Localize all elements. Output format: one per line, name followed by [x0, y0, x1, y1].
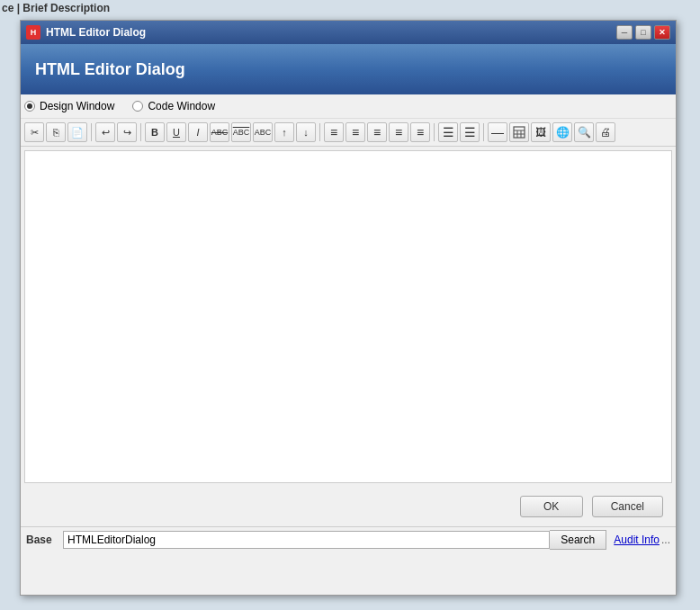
ok-button[interactable]: OK [520, 496, 583, 517]
align-center-button[interactable]: ≡ [346, 122, 365, 142]
title-bar-text: HTML Editor Dialog [46, 26, 146, 39]
page-bg-title: ce | Brief Description [2, 2, 110, 14]
sort-desc-button[interactable]: ↓ [296, 122, 316, 142]
sep4 [434, 123, 435, 141]
close-button[interactable]: ✕ [654, 25, 670, 40]
table-button[interactable] [509, 122, 529, 142]
sort-asc-button[interactable]: ↑ [274, 122, 294, 142]
radio-row: Design Window Code Window [21, 94, 676, 119]
svg-rect-0 [514, 127, 525, 138]
list-ordered-button[interactable]: ☰ [460, 122, 480, 142]
align-left-button[interactable]: ≡ [324, 122, 344, 142]
abc2-button[interactable]: ABC [231, 122, 251, 142]
cancel-button[interactable]: Cancel [592, 496, 663, 517]
copy-button[interactable]: ⎘ [46, 122, 66, 142]
align-justify-button[interactable]: ≡ [389, 122, 408, 142]
redo-button[interactable]: ↪ [117, 122, 137, 142]
image-button[interactable]: 🖼 [531, 122, 551, 142]
align5-button[interactable]: ≡ [410, 122, 430, 142]
audit-info-link[interactable]: Audit Info [614, 534, 660, 546]
design-window-label: Design Window [40, 100, 114, 112]
cut-button[interactable]: ✂ [24, 122, 44, 142]
search-button[interactable]: Search [550, 530, 606, 550]
code-window-option[interactable]: Code Window [132, 100, 215, 112]
list-unordered-button[interactable]: ☰ [438, 122, 458, 142]
minimize-button[interactable]: ─ [616, 25, 633, 40]
code-window-radio[interactable] [132, 101, 143, 112]
sep2 [140, 123, 141, 141]
italic-button[interactable]: I [188, 122, 208, 142]
dialog-icon: H [26, 25, 40, 40]
align-right-button[interactable]: ≡ [367, 122, 387, 142]
base-label: Base [26, 534, 58, 546]
paste-button[interactable]: 📄 [67, 122, 87, 142]
title-bar-controls: ─ □ ✕ [616, 25, 670, 40]
title-bar-left: H HTML Editor Dialog [26, 25, 146, 40]
dialog-window: H HTML Editor Dialog ─ □ ✕ HTML Editor D… [20, 20, 677, 596]
editor-container[interactable] [24, 150, 672, 483]
footer-buttons: OK Cancel [21, 487, 676, 526]
hr-button[interactable]: — [488, 122, 507, 142]
editor-area[interactable] [25, 151, 671, 482]
bold-button[interactable]: B [145, 122, 165, 142]
abc3-button[interactable]: ABC [253, 122, 273, 142]
code-window-label: Code Window [148, 100, 215, 112]
undo-button[interactable]: ↩ [95, 122, 115, 142]
status-bar: Base Search Audit Info ... [21, 526, 676, 552]
strikethrough-button[interactable]: ABC [210, 122, 229, 142]
print-button[interactable]: 🖨 [596, 122, 615, 142]
restore-button[interactable]: □ [635, 25, 651, 40]
dialog-title: HTML Editor Dialog [35, 60, 185, 79]
sep1 [91, 123, 92, 141]
sep5 [483, 123, 484, 141]
dialog-header: HTML Editor Dialog [21, 44, 676, 94]
title-bar: H HTML Editor Dialog ─ □ ✕ [21, 21, 676, 44]
toolbar: ✂ ⎘ 📄 ↩ ↪ B U I ABC ABC ABC ↑ ↓ ≡ ≡ ≡ ≡ … [21, 119, 676, 147]
audit-dots: ... [661, 534, 670, 546]
design-window-radio[interactable] [24, 101, 35, 112]
link-button[interactable]: 🌐 [552, 122, 572, 142]
find-button[interactable]: 🔍 [574, 122, 594, 142]
sep3 [319, 123, 320, 141]
design-window-option[interactable]: Design Window [24, 100, 114, 112]
base-input[interactable] [63, 531, 550, 549]
underline-button[interactable]: U [166, 122, 186, 142]
